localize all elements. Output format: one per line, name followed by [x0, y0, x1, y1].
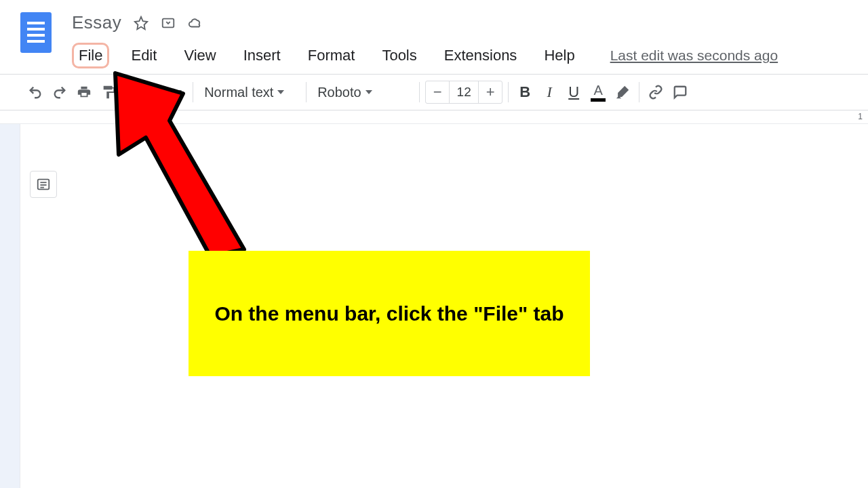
zoom-value: 100% [136, 85, 171, 100]
menu-bar: File Edit View Insert Format Tools Exten… [72, 43, 778, 68]
menu-tools[interactable]: Tools [376, 43, 422, 68]
insert-link-button[interactable] [645, 81, 667, 103]
text-color-letter: A [593, 83, 602, 97]
font-family-dropdown[interactable]: Roboto [312, 81, 414, 104]
paragraph-style-dropdown[interactable]: Normal text [199, 81, 300, 104]
separator [306, 82, 307, 102]
menu-help[interactable]: Help [538, 43, 580, 68]
font-size-value[interactable]: 12 [449, 81, 479, 103]
redo-button[interactable] [49, 81, 71, 103]
underline-button[interactable]: U [563, 81, 585, 103]
annotation-callout: On the menu bar, click the "File" tab [189, 251, 590, 376]
document-title[interactable]: Essay [72, 12, 121, 33]
vertical-ruler[interactable] [0, 124, 20, 488]
italic-button[interactable]: I [538, 81, 560, 103]
chevron-down-icon [366, 90, 372, 94]
text-color-button[interactable]: A [587, 81, 609, 103]
menu-edit[interactable]: Edit [125, 43, 162, 68]
menu-file[interactable]: File [72, 43, 109, 68]
move-icon[interactable] [161, 16, 176, 30]
docs-logo-icon[interactable] [20, 12, 52, 53]
undo-button[interactable] [24, 81, 46, 103]
menu-format[interactable]: Format [302, 43, 361, 68]
star-icon[interactable] [134, 16, 149, 30]
separator [419, 82, 420, 102]
add-comment-button[interactable] [669, 81, 691, 103]
font-family-value: Roboto [317, 85, 361, 100]
font-size-increase[interactable]: + [479, 81, 502, 103]
document-outline-button[interactable] [30, 171, 57, 198]
separator [125, 82, 125, 102]
print-button[interactable] [73, 81, 95, 103]
ruler-page-number: 1 [858, 112, 863, 121]
cloud-status-icon[interactable] [188, 16, 203, 30]
bold-button[interactable]: B [514, 81, 536, 103]
chevron-down-icon [175, 90, 182, 94]
menu-extensions[interactable]: Extensions [439, 43, 523, 68]
annotation-text: On the menu bar, click the "File" tab [214, 298, 564, 329]
menu-view[interactable]: View [178, 43, 221, 68]
last-edit-link[interactable]: Last edit was seconds ago [610, 47, 778, 64]
font-size-group: − 12 + [425, 81, 502, 104]
separator [639, 82, 639, 102]
toolbar: 100% Normal text Roboto − 12 + B I U A [0, 74, 868, 110]
paragraph-style-value: Normal text [204, 85, 273, 100]
highlight-color-button[interactable] [612, 81, 633, 103]
zoom-dropdown[interactable]: 100% [131, 81, 187, 104]
paint-format-button[interactable] [98, 81, 119, 103]
menu-insert[interactable]: Insert [238, 43, 286, 68]
chevron-down-icon [277, 90, 284, 94]
separator [508, 82, 509, 102]
separator [193, 82, 193, 102]
font-size-decrease[interactable]: − [426, 81, 449, 103]
ruler[interactable]: 1 [0, 110, 868, 124]
